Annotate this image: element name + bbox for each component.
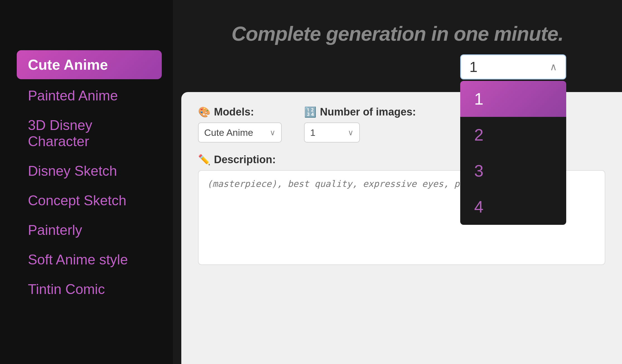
num-images-group: 🔢 Number of images: 1 ∨ <box>304 106 416 143</box>
models-select[interactable]: Cute Anime ∨ <box>198 122 282 143</box>
description-icon: ✏️ <box>198 154 211 166</box>
dropdown-option-4[interactable]: 4 <box>460 189 566 225</box>
sidebar-item-disney-sketch[interactable]: Disney Sketch <box>17 157 162 185</box>
dropdown-option-3[interactable]: 3 <box>460 153 566 189</box>
models-chevron-icon: ∨ <box>270 128 276 137</box>
sidebar: Cute Anime Painted Anime 3D Disney Chara… <box>0 0 173 364</box>
models-group: 🎨 Models: Cute Anime ∨ <box>198 106 282 143</box>
num-images-inline-select[interactable]: 1 ∨ <box>304 122 360 143</box>
num-images-icon: 🔢 <box>304 106 317 118</box>
sidebar-item-cute-anime[interactable]: Cute Anime <box>17 50 162 79</box>
num-images-label: 🔢 Number of images: <box>304 106 416 118</box>
sidebar-item-painted-anime[interactable]: Painted Anime <box>17 81 162 110</box>
num-images-dropdown: 1 2 3 4 <box>460 81 566 225</box>
chevron-up-icon: ∧ <box>550 61 557 73</box>
num-images-chevron-icon: ∨ <box>348 128 354 137</box>
num-images-top-select[interactable]: 1 ∧ <box>460 54 566 79</box>
sidebar-item-tintin-comic[interactable]: Tintin Comic <box>17 275 162 303</box>
models-value: Cute Anime <box>204 127 253 138</box>
page-header: Complete generation in one minute. <box>173 22 622 45</box>
dropdown-option-1[interactable]: 1 <box>460 81 566 117</box>
models-label: 🎨 Models: <box>198 106 282 118</box>
sidebar-item-painterly[interactable]: Painterly <box>17 216 162 244</box>
num-images-inline-value: 1 <box>310 127 315 138</box>
sidebar-item-soft-anime[interactable]: Soft Anime style <box>17 245 162 274</box>
sidebar-item-concept-sketch[interactable]: Concept Sketch <box>17 186 162 215</box>
header-title: Complete generation in one minute. <box>232 23 563 45</box>
models-icon: 🎨 <box>198 106 211 118</box>
num-images-top-value: 1 <box>469 59 478 75</box>
dropdown-option-2[interactable]: 2 <box>460 117 566 153</box>
sidebar-item-3d-disney[interactable]: 3D Disney Character <box>17 111 162 156</box>
